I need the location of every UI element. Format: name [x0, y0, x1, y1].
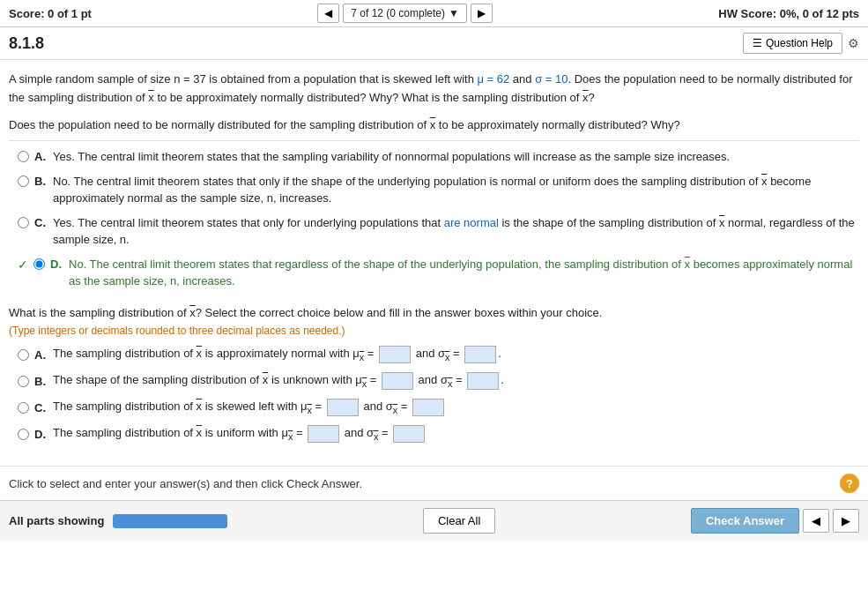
- bottom-instruction-text: Click to select and enter your answer(s)…: [9, 477, 362, 490]
- sampling-c-input1[interactable]: [327, 399, 359, 416]
- nav-text: 7 of 12 (0 complete): [351, 7, 445, 19]
- choice-b-text: No. The central limit theorem states tha…: [53, 173, 859, 207]
- sampling-d-text: The sampling distribution of x is unifor…: [53, 425, 427, 443]
- footer-next-btn[interactable]: ▶: [833, 509, 859, 533]
- sampling-d-input2[interactable]: [393, 425, 425, 443]
- next-question-btn[interactable]: ▶: [471, 4, 493, 23]
- choice-c-text: Yes. The central limit theorem states th…: [53, 214, 859, 249]
- sampling-choice-a-radio[interactable]: [18, 349, 29, 361]
- choice-b-label: B.: [34, 173, 46, 190]
- choice-d-text: No. The central limit theorem states tha…: [69, 256, 859, 290]
- help-circle-btn[interactable]: ?: [840, 474, 859, 493]
- settings-icon[interactable]: ⚙: [848, 36, 859, 50]
- sampling-choices: A. The sampling distribution of x is app…: [18, 346, 859, 443]
- bottom-instruction-bar: Click to select and enter your answer(s)…: [0, 466, 868, 500]
- sampling-b-text: The shape of the sampling distribution o…: [53, 372, 504, 390]
- sampling-a-text: The sampling distribution of x is approx…: [53, 346, 501, 363]
- sampling-choice-c-radio[interactable]: [18, 402, 29, 414]
- choice-a-text: Yes. The central limit theorem states th…: [53, 148, 730, 166]
- sampling-a-input2[interactable]: [464, 346, 496, 363]
- all-parts-label: All parts showing: [9, 514, 104, 527]
- check-answer-button[interactable]: Check Answer: [691, 508, 799, 534]
- question-help-area: ☰ Question Help ⚙: [743, 33, 859, 54]
- sampling-choice-c: C. The sampling distribution of x is ske…: [18, 399, 859, 416]
- progress-bar: [113, 514, 227, 528]
- sampling-b-input2[interactable]: [467, 372, 499, 390]
- sampling-choice-a: A. The sampling distribution of x is app…: [18, 346, 859, 363]
- sampling-c-label: C.: [34, 401, 46, 414]
- choice-d-radio[interactable]: [33, 258, 45, 270]
- correct-checkmark-icon: ✓: [18, 256, 28, 274]
- sampling-choice-b: B. The shape of the sampling distributio…: [18, 372, 859, 390]
- choice-c-label: C.: [34, 214, 46, 232]
- sampling-choice-d: D. The sampling distribution of x is uni…: [18, 425, 859, 443]
- prev-question-btn[interactable]: ◀: [317, 4, 339, 23]
- part1-choices: A. Yes. The central limit theorem states…: [18, 148, 859, 290]
- footer-center: Clear All: [423, 508, 495, 534]
- question-header: 8.1.8 ☰ Question Help ⚙: [0, 27, 868, 60]
- choice-d-label: D.: [50, 256, 62, 273]
- footer-right: Check Answer ◀ ▶: [691, 508, 859, 534]
- footer-left: All parts showing: [9, 514, 227, 528]
- list-icon: ☰: [753, 37, 762, 49]
- question-body: A simple random sample of size n = 37 is…: [0, 60, 868, 457]
- choice-d-item: ✓ D. No. The central limit theorem state…: [18, 256, 859, 290]
- choice-c-item: C. Yes. The central limit theorem states…: [18, 214, 859, 249]
- sampling-c-input2[interactable]: [412, 399, 444, 416]
- nav-center: ◀ 7 of 12 (0 complete) ▼ ▶: [317, 4, 493, 23]
- dropdown-arrow-icon: ▼: [449, 7, 459, 19]
- main-question-text: A simple random sample of size n = 37 is…: [9, 71, 859, 108]
- question-number: 8.1.8: [9, 34, 44, 53]
- sampling-section: What is the sampling distribution of x? …: [9, 299, 859, 444]
- score-label: Score: 0 of 1 pt: [9, 7, 92, 20]
- choice-b-item: B. No. The central limit theorem states …: [18, 173, 859, 207]
- choice-c-radio[interactable]: [18, 217, 29, 228]
- sampling-a-label: A.: [34, 348, 46, 362]
- choice-b-radio[interactable]: [18, 176, 29, 187]
- sampling-title: What is the sampling distribution of x? …: [9, 304, 859, 322]
- sampling-d-input1[interactable]: [308, 425, 339, 443]
- sampling-a-input1[interactable]: [379, 346, 411, 363]
- top-bar: Score: 0 of 1 pt ◀ 7 of 12 (0 complete) …: [0, 0, 868, 27]
- footer-prev-btn[interactable]: ◀: [803, 509, 829, 533]
- footer-bar: All parts showing Clear All Check Answer…: [0, 500, 868, 541]
- sampling-choice-b-radio[interactable]: [18, 376, 29, 387]
- choice-a-radio[interactable]: [18, 151, 29, 162]
- sampling-b-input1[interactable]: [382, 372, 413, 390]
- choice-a-item: A. Yes. The central limit theorem states…: [18, 148, 859, 166]
- sampling-choice-d-radio[interactable]: [18, 429, 29, 440]
- choice-a-label: A.: [34, 148, 46, 166]
- sub-question-text: Does the population need to be normally …: [9, 116, 859, 142]
- sampling-c-text: The sampling distribution of x is skewed…: [53, 399, 446, 416]
- question-nav-dropdown[interactable]: 7 of 12 (0 complete) ▼: [343, 4, 467, 23]
- question-help-btn[interactable]: ☰ Question Help: [743, 33, 842, 54]
- clear-all-button[interactable]: Clear All: [423, 508, 495, 534]
- hw-score-label: HW Score: 0%, 0 of 12 pts: [718, 7, 859, 20]
- sampling-b-label: B.: [34, 375, 46, 388]
- sampling-d-label: D.: [34, 428, 46, 441]
- sampling-note: (Type integers or decimals rounded to th…: [9, 325, 859, 337]
